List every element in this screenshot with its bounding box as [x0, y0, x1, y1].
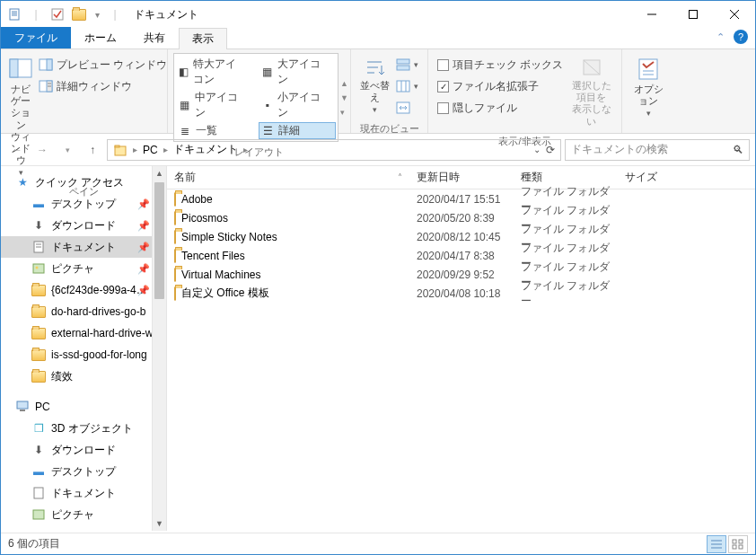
- column-type[interactable]: 種類: [514, 170, 618, 185]
- layout-extra-large[interactable]: ◧特大アイコン: [176, 56, 253, 88]
- details-pane-button[interactable]: 詳細ウィンドウ: [35, 76, 171, 96]
- address-dropdown-icon[interactable]: ⌄: [533, 145, 541, 154]
- tree-folder[interactable]: {6cf243de-999a-4…📌: [1, 279, 166, 301]
- tree-documents-2[interactable]: ドキュメント: [1, 482, 166, 504]
- qat-sep2: |: [105, 4, 125, 24]
- options-icon: [636, 57, 661, 82]
- column-date[interactable]: 更新日時: [409, 170, 514, 185]
- documents-icon: [31, 486, 46, 500]
- tree-desktop[interactable]: ▬デスクトップ📌: [1, 193, 166, 215]
- breadcrumb-chevron-icon[interactable]: ▸: [163, 145, 168, 154]
- back-button[interactable]: ←: [6, 139, 28, 161]
- tree-pc[interactable]: PC: [1, 396, 166, 418]
- maximize-button[interactable]: [672, 1, 714, 28]
- tree-3d-objects[interactable]: ❒3D オブジェクト: [1, 418, 166, 439]
- navigation-pane-button[interactable]: ナビゲーション ウィンドウ▾: [6, 53, 35, 181]
- layout-small[interactable]: ▪小アイコン: [259, 89, 336, 121]
- tab-file[interactable]: ファイル: [1, 27, 71, 48]
- refresh-icon[interactable]: ⟳: [546, 144, 555, 156]
- options-button[interactable]: オプション▾: [628, 53, 669, 122]
- tree-pictures-2[interactable]: ピクチャ: [1, 504, 166, 525]
- window-controls: [631, 1, 755, 28]
- size-columns-button[interactable]: [392, 98, 422, 118]
- extra-large-icons-icon: ◧: [178, 65, 189, 79]
- add-columns-button[interactable]: ▾: [392, 76, 422, 96]
- sort-icon: [364, 57, 385, 78]
- close-button[interactable]: [714, 1, 755, 28]
- svg-rect-4: [52, 9, 63, 20]
- qat-check-icon[interactable]: [48, 4, 67, 24]
- tree-downloads[interactable]: ⬇ダウンロード📌: [1, 215, 166, 236]
- layout-scroll-up-icon[interactable]: ▲: [340, 79, 348, 88]
- folder-icon: [31, 283, 46, 297]
- breadcrumb-chevron-icon[interactable]: ▸: [243, 145, 248, 154]
- tab-share[interactable]: 共有: [130, 27, 179, 48]
- file-row[interactable]: 自定义 Office 模板2020/04/08 10:18ファイル フォルダー: [167, 284, 755, 303]
- tree-folder[interactable]: external-hard-drive-w: [1, 322, 166, 344]
- item-checkboxes-toggle[interactable]: 項目チェック ボックス: [434, 55, 567, 75]
- file-rows: Adobe2020/04/17 15:51ファイル フォルダーPicosmos2…: [167, 189, 755, 303]
- file-date: 2020/04/17 15:51: [409, 193, 514, 206]
- group-by-button[interactable]: ▾: [392, 55, 422, 75]
- ribbon: ナビゲーション ウィンドウ▾ プレビュー ウィンドウ 詳細ウィンドウ ペイン ◧…: [1, 49, 755, 134]
- add-columns-icon: [396, 80, 410, 92]
- file-extensions-toggle[interactable]: ファイル名拡張子: [434, 76, 567, 96]
- breadcrumb-pc[interactable]: PC: [139, 144, 162, 156]
- layout-large[interactable]: ▦大アイコン: [259, 56, 336, 88]
- breadcrumb-chevron-icon[interactable]: ▸: [133, 145, 137, 154]
- file-row[interactable]: Virtual Machines2020/09/29 9:52ファイル フォルダ…: [167, 265, 755, 284]
- layout-medium[interactable]: ▦中アイコン: [176, 89, 253, 121]
- layout-expand-icon[interactable]: ▾: [340, 108, 348, 117]
- layout-list[interactable]: ≣一覧: [176, 122, 253, 139]
- breadcrumb-documents[interactable]: ドキュメント: [170, 142, 242, 157]
- icons-view-button[interactable]: [728, 535, 748, 553]
- tree-quick-access[interactable]: ★クイック アクセス: [1, 172, 166, 193]
- details-view-button[interactable]: [707, 535, 726, 553]
- tab-view[interactable]: 表示: [179, 28, 227, 49]
- help-icon[interactable]: ?: [734, 30, 748, 44]
- hidden-files-toggle[interactable]: 隠しファイル: [434, 98, 567, 118]
- tree-folder[interactable]: 绩效: [1, 366, 166, 387]
- file-row[interactable]: Picosmos2020/05/20 8:39ファイル フォルダー: [167, 208, 755, 227]
- details-pane-icon: [39, 79, 53, 93]
- svg-rect-0: [10, 9, 19, 20]
- tree-downloads-2[interactable]: ⬇ダウンロード: [1, 439, 166, 461]
- sort-button[interactable]: 並べ替え▾: [356, 53, 392, 119]
- file-row[interactable]: Simple Sticky Notes2020/08/12 10:45ファイル …: [167, 227, 755, 246]
- tree-desktop-2[interactable]: ▬デスクトップ: [1, 461, 166, 482]
- layout-scroll-down-icon[interactable]: ▼: [340, 93, 348, 102]
- desktop-icon: ▬: [31, 197, 46, 211]
- qat-properties-icon[interactable]: [4, 4, 24, 24]
- svg-rect-45: [733, 540, 736, 543]
- file-row[interactable]: Tencent Files2020/04/17 8:38ファイル フォルダー: [167, 246, 755, 265]
- file-date: 2020/04/17 8:38: [409, 250, 514, 262]
- layout-details[interactable]: ☰詳細: [259, 122, 336, 139]
- qat-folder-icon[interactable]: [69, 4, 89, 24]
- address-bar[interactable]: ▸ PC ▸ ドキュメント ▸ ⌄ ⟳: [107, 139, 561, 161]
- ribbon-collapse-icon[interactable]: ⌃: [716, 31, 725, 43]
- tree-folder[interactable]: do-hard-drives-go-b: [1, 301, 166, 322]
- scroll-up-icon[interactable]: ▲: [153, 166, 166, 181]
- navigation-pane-icon: [8, 57, 33, 82]
- preview-pane-button[interactable]: プレビュー ウィンドウ: [35, 55, 171, 75]
- svg-rect-41: [33, 510, 44, 519]
- search-icon[interactable]: 🔍︎: [733, 144, 743, 156]
- scrollbar-thumb[interactable]: [154, 182, 164, 299]
- tree-pictures[interactable]: ピクチャ📌: [1, 258, 166, 279]
- minimize-button[interactable]: [631, 1, 672, 28]
- scroll-down-icon[interactable]: ▼: [153, 516, 166, 531]
- tree-folder[interactable]: is-ssd-good-for-long: [1, 344, 166, 366]
- qat-dropdown-icon[interactable]: ▾: [91, 4, 103, 24]
- pin-icon: 📌: [137, 198, 150, 210]
- breadcrumb-root[interactable]: [110, 143, 131, 157]
- column-name[interactable]: 名前˄: [167, 170, 409, 185]
- recent-locations-button[interactable]: ▾: [57, 139, 78, 161]
- tree-documents[interactable]: ドキュメント📌: [1, 236, 166, 258]
- column-size[interactable]: サイズ: [618, 170, 708, 185]
- search-box[interactable]: ドキュメントの検索 🔍︎: [565, 139, 750, 161]
- sidebar-scrollbar[interactable]: ▲ ▼: [152, 166, 166, 531]
- currentview-group-label: 現在のビュー: [351, 122, 427, 137]
- tab-home[interactable]: ホーム: [71, 27, 130, 48]
- file-row[interactable]: Adobe2020/04/17 15:51ファイル フォルダー: [167, 189, 755, 208]
- up-button[interactable]: ↑: [82, 139, 103, 161]
